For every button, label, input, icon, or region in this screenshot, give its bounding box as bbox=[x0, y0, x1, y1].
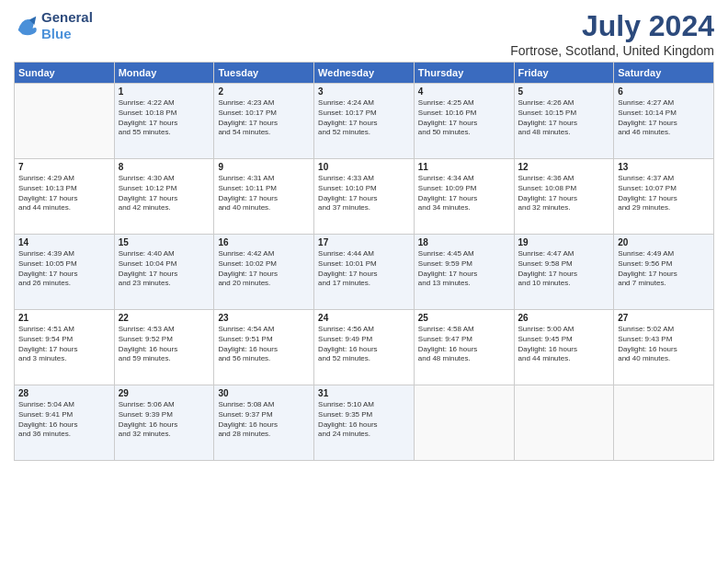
table-row: 7Sunrise: 4:29 AM Sunset: 10:13 PM Dayli… bbox=[15, 159, 115, 235]
cell-daylight-info: Sunrise: 4:56 AM Sunset: 9:49 PM Dayligh… bbox=[318, 325, 410, 364]
day-number: 12 bbox=[518, 162, 610, 172]
logo-text: General Blue bbox=[41, 9, 93, 42]
day-number: 6 bbox=[618, 86, 710, 97]
table-row bbox=[414, 385, 514, 461]
cell-daylight-info: Sunrise: 4:24 AM Sunset: 10:17 PM Daylig… bbox=[318, 98, 410, 138]
table-row: 13Sunrise: 4:37 AM Sunset: 10:07 PM Dayl… bbox=[614, 159, 714, 235]
day-number: 19 bbox=[518, 237, 610, 247]
table-row: 10Sunrise: 4:33 AM Sunset: 10:10 PM Dayl… bbox=[314, 159, 415, 235]
table-row: 14Sunrise: 4:39 AM Sunset: 10:05 PM Dayl… bbox=[15, 235, 115, 310]
cell-daylight-info: Sunrise: 5:08 AM Sunset: 9:37 PM Dayligh… bbox=[218, 400, 310, 440]
day-number: 20 bbox=[618, 237, 710, 247]
day-number: 17 bbox=[318, 237, 410, 247]
cell-daylight-info: Sunrise: 4:45 AM Sunset: 9:59 PM Dayligh… bbox=[418, 249, 510, 289]
cell-daylight-info: Sunrise: 4:23 AM Sunset: 10:17 PM Daylig… bbox=[218, 98, 310, 138]
day-number: 21 bbox=[18, 313, 110, 323]
table-row: 20Sunrise: 4:49 AM Sunset: 9:56 PM Dayli… bbox=[614, 235, 714, 310]
cell-daylight-info: Sunrise: 5:06 AM Sunset: 9:39 PM Dayligh… bbox=[119, 400, 210, 440]
table-row bbox=[514, 385, 614, 461]
table-row: 6Sunrise: 4:27 AM Sunset: 10:14 PM Dayli… bbox=[614, 84, 714, 159]
calendar-page: General Blue July 2024 Fortrose, Scotlan… bbox=[0, 0, 728, 563]
cell-daylight-info: Sunrise: 5:02 AM Sunset: 9:43 PM Dayligh… bbox=[618, 325, 710, 364]
table-row: 12Sunrise: 4:36 AM Sunset: 10:08 PM Dayl… bbox=[514, 159, 614, 235]
cell-daylight-info: Sunrise: 4:25 AM Sunset: 10:16 PM Daylig… bbox=[418, 98, 510, 138]
table-row: 21Sunrise: 4:51 AM Sunset: 9:54 PM Dayli… bbox=[15, 310, 115, 385]
cell-daylight-info: Sunrise: 4:39 AM Sunset: 10:05 PM Daylig… bbox=[18, 249, 110, 289]
day-number: 31 bbox=[318, 388, 410, 398]
day-number: 29 bbox=[119, 388, 210, 398]
day-number: 18 bbox=[418, 237, 510, 247]
cell-daylight-info: Sunrise: 4:42 AM Sunset: 10:02 PM Daylig… bbox=[218, 249, 310, 289]
day-number: 16 bbox=[218, 237, 310, 247]
day-number: 2 bbox=[218, 86, 310, 97]
day-number: 15 bbox=[119, 237, 210, 247]
cell-daylight-info: Sunrise: 4:47 AM Sunset: 9:58 PM Dayligh… bbox=[518, 249, 610, 289]
table-row: 24Sunrise: 4:56 AM Sunset: 9:49 PM Dayli… bbox=[314, 310, 415, 385]
day-number: 24 bbox=[318, 313, 410, 323]
col-friday: Friday bbox=[514, 63, 614, 84]
table-row: 9Sunrise: 4:31 AM Sunset: 10:11 PM Dayli… bbox=[214, 159, 314, 235]
table-row: 30Sunrise: 5:08 AM Sunset: 9:37 PM Dayli… bbox=[214, 385, 314, 461]
table-row: 4Sunrise: 4:25 AM Sunset: 10:16 PM Dayli… bbox=[414, 84, 514, 159]
table-row: 22Sunrise: 4:53 AM Sunset: 9:52 PM Dayli… bbox=[114, 310, 214, 385]
cell-daylight-info: Sunrise: 4:22 AM Sunset: 10:18 PM Daylig… bbox=[119, 98, 210, 138]
day-number: 13 bbox=[618, 162, 710, 172]
table-row: 27Sunrise: 5:02 AM Sunset: 9:43 PM Dayli… bbox=[614, 310, 714, 385]
cell-daylight-info: Sunrise: 5:04 AM Sunset: 9:41 PM Dayligh… bbox=[18, 400, 110, 440]
day-number: 14 bbox=[18, 237, 110, 247]
day-number: 30 bbox=[218, 388, 310, 398]
table-row: 28Sunrise: 5:04 AM Sunset: 9:41 PM Dayli… bbox=[15, 385, 115, 461]
table-row bbox=[614, 385, 714, 461]
day-number: 10 bbox=[318, 162, 410, 172]
day-number: 1 bbox=[119, 86, 210, 97]
header: General Blue July 2024 Fortrose, Scotlan… bbox=[14, 9, 714, 58]
col-wednesday: Wednesday bbox=[314, 63, 415, 84]
logo-icon bbox=[14, 13, 40, 39]
day-number: 8 bbox=[119, 162, 210, 172]
cell-daylight-info: Sunrise: 4:26 AM Sunset: 10:15 PM Daylig… bbox=[518, 98, 610, 138]
cell-daylight-info: Sunrise: 4:49 AM Sunset: 9:56 PM Dayligh… bbox=[618, 249, 710, 289]
logo: General Blue bbox=[14, 9, 93, 42]
col-thursday: Thursday bbox=[414, 63, 514, 84]
cell-daylight-info: Sunrise: 4:53 AM Sunset: 9:52 PM Dayligh… bbox=[119, 325, 210, 364]
table-row: 5Sunrise: 4:26 AM Sunset: 10:15 PM Dayli… bbox=[514, 84, 614, 159]
cell-daylight-info: Sunrise: 5:10 AM Sunset: 9:35 PM Dayligh… bbox=[318, 400, 410, 440]
cell-daylight-info: Sunrise: 4:58 AM Sunset: 9:47 PM Dayligh… bbox=[418, 325, 510, 364]
day-number: 26 bbox=[518, 313, 610, 323]
cell-daylight-info: Sunrise: 4:33 AM Sunset: 10:10 PM Daylig… bbox=[318, 174, 410, 213]
day-number: 7 bbox=[18, 162, 110, 172]
day-number: 3 bbox=[318, 86, 410, 97]
table-row: 17Sunrise: 4:44 AM Sunset: 10:01 PM Dayl… bbox=[314, 235, 415, 310]
table-row: 19Sunrise: 4:47 AM Sunset: 9:58 PM Dayli… bbox=[514, 235, 614, 310]
cell-daylight-info: Sunrise: 4:37 AM Sunset: 10:07 PM Daylig… bbox=[618, 174, 710, 213]
cell-daylight-info: Sunrise: 4:31 AM Sunset: 10:11 PM Daylig… bbox=[218, 174, 310, 213]
cell-daylight-info: Sunrise: 4:54 AM Sunset: 9:51 PM Dayligh… bbox=[218, 325, 310, 364]
col-saturday: Saturday bbox=[614, 63, 714, 84]
day-number: 28 bbox=[18, 388, 110, 398]
table-row bbox=[15, 84, 115, 159]
table-row: 25Sunrise: 4:58 AM Sunset: 9:47 PM Dayli… bbox=[414, 310, 514, 385]
table-row: 2Sunrise: 4:23 AM Sunset: 10:17 PM Dayli… bbox=[214, 84, 314, 159]
title-block: July 2024 Fortrose, Scotland, United Kin… bbox=[510, 9, 714, 58]
day-number: 27 bbox=[618, 313, 710, 323]
day-number: 11 bbox=[418, 162, 510, 172]
table-row: 8Sunrise: 4:30 AM Sunset: 10:12 PM Dayli… bbox=[114, 159, 214, 235]
table-row: 31Sunrise: 5:10 AM Sunset: 9:35 PM Dayli… bbox=[314, 385, 415, 461]
cell-daylight-info: Sunrise: 4:36 AM Sunset: 10:08 PM Daylig… bbox=[518, 174, 610, 213]
day-number: 4 bbox=[418, 86, 510, 97]
day-number: 22 bbox=[119, 313, 210, 323]
cell-daylight-info: Sunrise: 4:29 AM Sunset: 10:13 PM Daylig… bbox=[18, 174, 110, 213]
location-subtitle: Fortrose, Scotland, United Kingdom bbox=[510, 43, 714, 58]
col-sunday: Sunday bbox=[15, 63, 115, 84]
table-row: 11Sunrise: 4:34 AM Sunset: 10:09 PM Dayl… bbox=[414, 159, 514, 235]
cell-daylight-info: Sunrise: 4:34 AM Sunset: 10:09 PM Daylig… bbox=[418, 174, 510, 213]
table-row: 3Sunrise: 4:24 AM Sunset: 10:17 PM Dayli… bbox=[314, 84, 415, 159]
col-monday: Monday bbox=[114, 63, 214, 84]
day-number: 23 bbox=[218, 313, 310, 323]
table-row: 16Sunrise: 4:42 AM Sunset: 10:02 PM Dayl… bbox=[214, 235, 314, 310]
col-tuesday: Tuesday bbox=[214, 63, 314, 84]
cell-daylight-info: Sunrise: 4:30 AM Sunset: 10:12 PM Daylig… bbox=[119, 174, 210, 213]
cell-daylight-info: Sunrise: 4:40 AM Sunset: 10:04 PM Daylig… bbox=[119, 249, 210, 289]
day-number: 25 bbox=[418, 313, 510, 323]
table-row: 23Sunrise: 4:54 AM Sunset: 9:51 PM Dayli… bbox=[214, 310, 314, 385]
